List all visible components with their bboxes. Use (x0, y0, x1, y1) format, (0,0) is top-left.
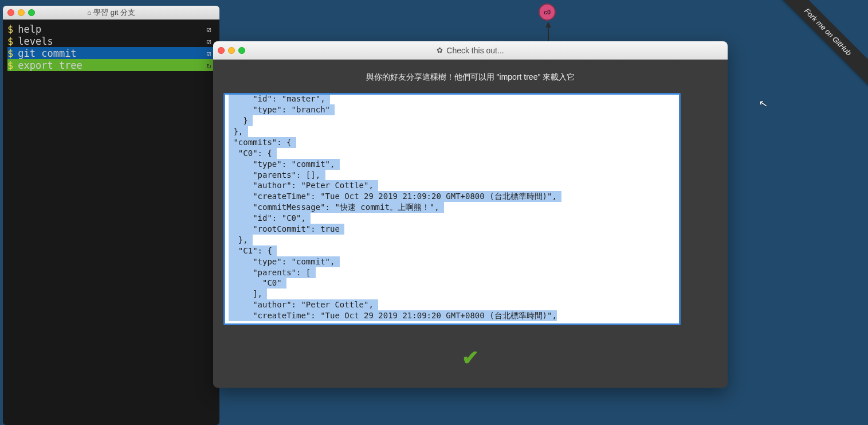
commit-arrow-icon (545, 22, 551, 28)
commit-label: c0 (544, 9, 551, 15)
terminal-line[interactable]: $help☑ (7, 23, 215, 35)
check-icon: ☑ (207, 49, 211, 58)
tree-textarea-wrap (213, 93, 728, 327)
prompt: $ (7, 48, 13, 59)
home-icon: ⌂ (87, 9, 91, 17)
command-text: git commit (18, 48, 76, 59)
check-icon: ☑ (207, 25, 211, 34)
dialog-title: ✿ Check this out... (213, 46, 728, 55)
terminal-title: ⌂ 學習 git 分支 (3, 7, 219, 18)
github-ribbon-label[interactable]: Fork me on GitHub (769, 0, 868, 91)
command-text: help (18, 24, 41, 35)
terminal-window: ⌂ 學習 git 分支 $help☑$levels☑$git commit☑$e… (3, 6, 219, 425)
tree-json-textarea[interactable] (223, 93, 681, 325)
terminal-line[interactable]: $export tree↻ (7, 59, 215, 71)
gear-icon: ✿ (437, 46, 443, 54)
dialog-title-text: Check this out... (446, 46, 504, 55)
check-icon: ☑ (207, 37, 211, 46)
terminal-line[interactable]: $levels☑ (7, 35, 215, 47)
commit-node-c0[interactable]: c0 (539, 3, 556, 21)
terminal-body[interactable]: $help☑$levels☑$git commit☑$export tree↻ (3, 20, 219, 75)
github-ribbon[interactable]: Fork me on GitHub (765, 0, 868, 103)
command-text: export tree (18, 60, 83, 71)
terminal-titlebar[interactable]: ⌂ 學習 git 分支 (3, 6, 219, 20)
dialog-footer: ✔ (213, 327, 728, 388)
dialog-description: 與你的好友分享這棵樹！他們可以用 "import tree" 來載入它 (213, 60, 728, 93)
command-text: levels (18, 36, 53, 47)
dialog-titlebar[interactable]: ✿ Check this out... (213, 41, 728, 60)
terminal-title-text: 學習 git 分支 (93, 7, 135, 18)
terminal-line[interactable]: $git commit☑ (7, 47, 215, 59)
refresh-icon: ↻ (207, 61, 211, 70)
check-icon: ✔ (462, 346, 479, 369)
prompt: $ (7, 24, 13, 35)
prompt: $ (7, 60, 13, 71)
confirm-button[interactable]: ✔ (462, 346, 479, 370)
export-tree-dialog: ✿ Check this out... 與你的好友分享這棵樹！他們可以用 "im… (213, 41, 728, 388)
prompt: $ (7, 36, 13, 47)
